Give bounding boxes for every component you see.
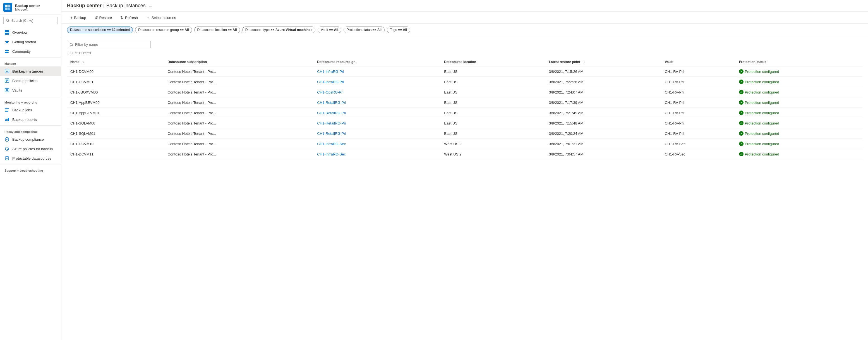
table-cell-latest-restore-point: 3/8/2021, 7:17:39 AM bbox=[546, 97, 661, 108]
azure-policies-icon bbox=[4, 146, 9, 151]
nav-divider-2 bbox=[0, 96, 61, 96]
sidebar-item-getting-started[interactable]: Getting started bbox=[0, 37, 61, 47]
sidebar-item-backup-compliance[interactable]: Backup compliance bbox=[0, 134, 61, 144]
table-cell-latest-restore-point: 3/8/2021, 7:01:21 AM bbox=[546, 139, 661, 149]
table-row[interactable]: CH1-DCVM11Contoso Hotels Tenant - Pro...… bbox=[67, 149, 862, 159]
filter-chip-protection-status[interactable]: Protection status == All bbox=[344, 27, 384, 33]
app-title: Backup center bbox=[15, 4, 40, 8]
status-badge: Protection configured bbox=[739, 131, 859, 136]
restore-icon: ↺ bbox=[95, 16, 98, 20]
table-cell-datasource-resource-gr[interactable]: CH1-RetailRG-Pri bbox=[314, 128, 441, 139]
status-badge: Protection configured bbox=[739, 69, 859, 74]
table-row[interactable]: CH1-JBOXVM00Contoso Hotels Tenant - Pro.… bbox=[67, 87, 862, 97]
table-row[interactable]: CH1-AppBEVM01Contoso Hotels Tenant - Pro… bbox=[67, 108, 862, 118]
sort-icon[interactable]: ↑↓ bbox=[82, 61, 84, 64]
svg-rect-3 bbox=[8, 7, 10, 10]
svg-rect-4 bbox=[5, 30, 7, 32]
table-cell-datasource-resource-gr[interactable]: CH1-RetailRG-Pri bbox=[314, 118, 441, 128]
section-label-support: Support + troubleshooting bbox=[0, 165, 61, 173]
table-cell-latest-restore-point: 3/8/2021, 7:20:24 AM bbox=[546, 128, 661, 139]
filter-chip-datasource-resource-group[interactable]: Datasource resource group == All bbox=[135, 27, 192, 33]
backup-button[interactable]: + Backup bbox=[67, 14, 90, 21]
select-columns-button[interactable]: → Select columns bbox=[143, 14, 180, 21]
status-badge: Protection configured bbox=[739, 111, 859, 115]
sidebar-nav: Overview Getting started Community Manag… bbox=[0, 27, 61, 175]
sidebar-item-vaults[interactable]: Vaults bbox=[0, 85, 61, 95]
svg-rect-0 bbox=[5, 5, 7, 7]
table-cell-name: CH1-DCVM01 bbox=[67, 77, 164, 87]
main-content: Backup center | Backup instances ... + B… bbox=[61, 0, 868, 340]
sort-icon[interactable]: ↑↓ bbox=[582, 61, 585, 64]
table-cell-name: CH1-JBOXVM00 bbox=[67, 87, 164, 97]
filter-chip-datasource-type[interactable]: Datasource type == Azure Virtual machine… bbox=[242, 27, 316, 33]
refresh-icon: ↻ bbox=[120, 16, 124, 20]
table-cell-name: CH1-AppBEVM01 bbox=[67, 108, 164, 118]
col-header-name[interactable]: Name ↑↓ bbox=[67, 58, 164, 66]
svg-rect-7 bbox=[7, 33, 9, 35]
page-header: Backup center | Backup instances ... bbox=[61, 0, 868, 12]
content-area: 1-11 of 11 items Name ↑↓Datasource subsc… bbox=[61, 36, 868, 340]
sidebar-item-backup-jobs-label: Backup jobs bbox=[12, 108, 32, 112]
table-cell-datasource-location: West US 2 bbox=[441, 139, 545, 149]
table-cell-datasource-resource-gr[interactable]: CH1-RetailRG-Pri bbox=[314, 97, 441, 108]
table-cell-datasource-location: East US bbox=[441, 118, 545, 128]
table-cell-protection-status: Protection configured bbox=[736, 128, 862, 139]
table-cell-datasource-location: East US bbox=[441, 97, 545, 108]
filter-bar: Datasource subscription == 12 selectedDa… bbox=[61, 24, 868, 36]
sidebar-item-backup-instances[interactable]: Backup instances bbox=[0, 66, 61, 76]
table-cell-vault: CH1-RV-Sec bbox=[661, 149, 736, 159]
col-header-latest-restore-point[interactable]: Latest restore point ↑↓ bbox=[546, 58, 661, 66]
table-cell-name: CH1-SQLVM01 bbox=[67, 128, 164, 139]
sidebar-item-backup-policies[interactable]: Backup policies bbox=[0, 76, 61, 85]
refresh-button[interactable]: ↻ Refresh bbox=[117, 14, 141, 21]
filter-chip-vault[interactable]: Vault == All bbox=[318, 27, 341, 33]
sidebar-search-input[interactable] bbox=[3, 17, 58, 24]
filter-chip-tags[interactable]: Tags == All bbox=[387, 27, 410, 33]
backup-icon: + bbox=[70, 16, 72, 20]
table-cell-datasource-resource-gr[interactable]: CH1-InfraRG-Pri bbox=[314, 66, 441, 77]
table-cell-name: CH1-DCVM11 bbox=[67, 149, 164, 159]
page-header-ellipsis[interactable]: ... bbox=[149, 4, 152, 8]
table-row[interactable]: CH1-AppBEVM00Contoso Hotels Tenant - Pro… bbox=[67, 97, 862, 108]
select-columns-icon: → bbox=[146, 16, 150, 20]
page-header-separator: | bbox=[103, 3, 105, 9]
table-cell-protection-status: Protection configured bbox=[736, 108, 862, 118]
table-cell-name: CH1-SQLVM00 bbox=[67, 118, 164, 128]
filter-chip-datasource-location[interactable]: Datasource location == All bbox=[194, 27, 240, 33]
table-row[interactable]: CH1-DCVM10Contoso Hotels Tenant - Pro...… bbox=[67, 139, 862, 149]
status-badge: Protection configured bbox=[739, 90, 859, 94]
table-cell-datasource-location: East US bbox=[441, 87, 545, 97]
table-cell-datasource-resource-gr[interactable]: CH1-RetailRG-Pri bbox=[314, 108, 441, 118]
svg-rect-5 bbox=[7, 30, 9, 32]
sidebar-item-overview[interactable]: Overview bbox=[0, 28, 61, 37]
table-row[interactable]: CH1-DCVM00Contoso Hotels Tenant - Pro...… bbox=[67, 66, 862, 77]
filter-by-name-input[interactable] bbox=[67, 41, 151, 48]
sidebar-item-azure-policies[interactable]: Azure policies for backup bbox=[0, 144, 61, 154]
filter-chip-datasource-subscription[interactable]: Datasource subscription == 12 selected bbox=[67, 27, 133, 33]
protectable-datasources-icon bbox=[4, 156, 9, 161]
table-cell-datasource-resource-gr[interactable]: CH1-InfraRG-Sec bbox=[314, 139, 441, 149]
table-cell-datasource-subscription: Contoso Hotels Tenant - Pro... bbox=[164, 66, 314, 77]
sidebar-search-container bbox=[0, 15, 61, 27]
table-row[interactable]: CH1-SQLVM01Contoso Hotels Tenant - Pro..… bbox=[67, 128, 862, 139]
table-cell-datasource-subscription: Contoso Hotels Tenant - Pro... bbox=[164, 77, 314, 87]
sidebar-item-backup-reports[interactable]: Backup reports bbox=[0, 115, 61, 124]
table-cell-datasource-location: East US bbox=[441, 108, 545, 118]
table-cell-datasource-subscription: Contoso Hotels Tenant - Pro... bbox=[164, 97, 314, 108]
backup-policies-icon bbox=[4, 78, 9, 83]
sidebar-header: Backup center Microsoft bbox=[0, 0, 61, 15]
table-row[interactable]: CH1-SQLVM00Contoso Hotels Tenant - Pro..… bbox=[67, 118, 862, 128]
table-row[interactable]: CH1-DCVM01Contoso Hotels Tenant - Pro...… bbox=[67, 77, 862, 87]
table-cell-name: CH1-AppBEVM00 bbox=[67, 97, 164, 108]
backup-compliance-icon bbox=[4, 137, 9, 142]
table-cell-datasource-resource-gr[interactable]: CH1-InfraRG-Pri bbox=[314, 77, 441, 87]
table-cell-protection-status: Protection configured bbox=[736, 139, 862, 149]
table-cell-datasource-resource-gr[interactable]: CH1-InfraRG-Sec bbox=[314, 149, 441, 159]
restore-button[interactable]: ↺ Restore bbox=[91, 14, 116, 21]
sidebar-item-backup-jobs[interactable]: Backup jobs bbox=[0, 105, 61, 115]
table-cell-datasource-resource-gr[interactable]: CH1-OpsRG-Pri bbox=[314, 87, 441, 97]
sidebar-item-community[interactable]: Community bbox=[0, 47, 61, 56]
sidebar-item-protectable-datasources[interactable]: Protectable datasources bbox=[0, 154, 61, 163]
table-cell-vault: CH1-RV-Sec bbox=[661, 139, 736, 149]
table-cell-datasource-location: West US 2 bbox=[441, 149, 545, 159]
